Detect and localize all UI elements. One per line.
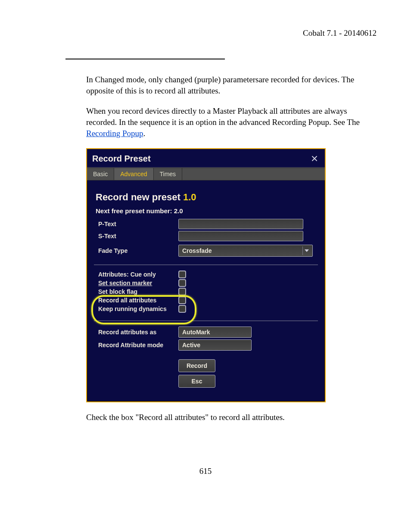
header-version: Cobalt 7.1 - 20140612 [34, 28, 377, 38]
paragraph-2: When you record devices directly to a Ma… [86, 106, 377, 139]
paragraph-1: In Changed mode, only changed (purple) p… [86, 74, 377, 96]
record-attr-mode-value: Active [182, 342, 200, 348]
set-section-marker-label: Set section marker [94, 280, 178, 286]
attrs-cue-only-checkbox[interactable] [178, 271, 186, 278]
dialog-content: Record new preset 1.0 Next free preset n… [87, 180, 325, 390]
tab-advanced[interactable]: Advanced [114, 168, 153, 180]
divider-2 [94, 320, 318, 321]
paragraph-3: Check the box "Record all attributes" to… [86, 412, 377, 423]
close-icon[interactable] [309, 153, 320, 164]
record-attr-mode-select[interactable]: Active [178, 339, 252, 351]
next-free-value: 2.0 [174, 207, 183, 215]
page-number: 615 [0, 467, 411, 476]
fadetype-select[interactable]: Crossfade [178, 245, 313, 257]
divider-1 [94, 264, 318, 265]
record-attrs-as-value: AutoMark [182, 329, 210, 336]
stext-input[interactable] [178, 231, 303, 241]
record-attrs-as-label: Record attributes as [94, 329, 178, 336]
heading-prefix: Record new preset [96, 192, 183, 202]
tab-basic[interactable]: Basic [87, 168, 114, 180]
next-free-label: Next free preset number: [96, 207, 174, 215]
section-divider [65, 59, 225, 59]
fadetype-value: Crossfade [182, 247, 212, 254]
tab-bar: Basic Advanced Times [87, 168, 325, 180]
recording-popup-link[interactable]: Recording Popup [86, 129, 143, 138]
attrs-cue-only-label: Attributes: Cue only [94, 271, 178, 278]
keep-running-dynamics-checkbox[interactable] [178, 305, 186, 313]
paragraph-2-text-b: . [143, 129, 145, 138]
ptext-input[interactable] [178, 219, 303, 229]
set-section-marker-checkbox[interactable] [178, 279, 186, 287]
record-all-attributes-label: Record all attributes [94, 297, 178, 304]
keep-running-dynamics-label: Keep running dynamics [94, 305, 178, 312]
tab-times[interactable]: Times [154, 168, 183, 180]
set-block-flag-checkbox[interactable] [178, 288, 186, 296]
record-all-attributes-checkbox[interactable] [178, 296, 186, 304]
next-free-preset: Next free preset number: 2.0 [96, 207, 318, 215]
content-heading: Record new preset 1.0 [96, 192, 318, 203]
paragraph-2-text-a: When you record devices directly to a Ma… [86, 106, 360, 127]
dialog-title: Record Preset [92, 154, 151, 164]
esc-button[interactable]: Esc [178, 375, 215, 388]
heading-number: 1.0 [183, 192, 196, 202]
record-attr-mode-label: Record Attribute mode [94, 342, 178, 348]
record-button[interactable]: Record [178, 359, 215, 372]
ptext-label: P-Text [94, 221, 178, 227]
set-block-flag-label: Set block flag [94, 288, 178, 295]
dialog-titlebar: Record Preset [87, 149, 325, 168]
record-attrs-as-select[interactable]: AutoMark [178, 327, 252, 338]
stext-label: S-Text [94, 233, 178, 240]
fadetype-label: Fade Type [94, 247, 178, 254]
record-preset-dialog: Record Preset Basic Advanced Times Recor… [86, 148, 326, 402]
chevron-down-icon [302, 246, 311, 255]
